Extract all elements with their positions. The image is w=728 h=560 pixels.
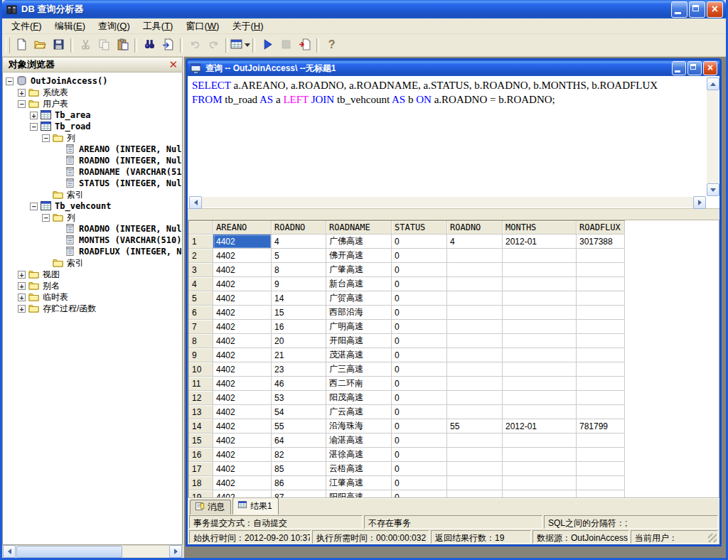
grid-cell[interactable]: 4402 [213, 320, 272, 334]
grid-cell[interactable]: 广云高速 [326, 405, 392, 419]
tree-item[interactable]: −Tb_road [6, 121, 182, 132]
expand-plus-icon[interactable]: + [18, 305, 26, 313]
tree-item[interactable]: MONTHS (VARCHAR(510), [6, 235, 182, 246]
dropdown-arrow-icon[interactable] [245, 43, 250, 47]
scrollbar-thumb[interactable] [16, 546, 122, 558]
grid-cell[interactable]: 0 [392, 405, 447, 419]
grid-cell[interactable]: 82 [272, 448, 326, 462]
grid-cell[interactable]: 4402 [213, 362, 272, 377]
query-close-button[interactable] [703, 61, 717, 75]
grid-cell[interactable]: 0 [392, 235, 447, 249]
tree-item[interactable]: −列 [6, 212, 182, 223]
grid-cell[interactable]: 4402 [213, 377, 272, 391]
column-header[interactable]: ROADNAME [326, 221, 392, 235]
grid-cell[interactable]: 53 [272, 391, 326, 405]
open-folder-button[interactable] [31, 37, 48, 54]
scrollbar-track[interactable] [16, 546, 169, 557]
new-document-button[interactable] [13, 37, 30, 54]
grid-cell[interactable]: 0 [392, 306, 447, 320]
find-button[interactable] [141, 37, 158, 54]
grid-cell[interactable]: 4402 [213, 306, 272, 320]
tree-horizontal-scrollbar[interactable] [2, 545, 183, 558]
row-header[interactable]: 13 [189, 405, 213, 419]
collapse-minus-icon[interactable]: − [6, 77, 14, 85]
splitter[interactable] [188, 209, 719, 220]
collapse-minus-icon[interactable]: − [18, 100, 26, 108]
grid-cell[interactable]: 0 [392, 362, 447, 377]
grid-cell[interactable]: 广贺高速 [326, 291, 392, 306]
collapse-minus-icon[interactable]: − [42, 134, 50, 142]
grid-cell[interactable] [447, 448, 503, 462]
grid-cell[interactable]: 14 [272, 291, 326, 306]
grid-cell[interactable] [447, 348, 503, 362]
grid-cell[interactable] [577, 434, 625, 448]
grid-cell[interactable]: 9 [272, 277, 326, 291]
grid-cell[interactable] [577, 291, 625, 306]
selected-cell[interactable]: 4402 [213, 235, 272, 249]
row-header[interactable]: 16 [189, 448, 213, 462]
grid-cell[interactable] [577, 391, 625, 405]
row-header[interactable]: 15 [189, 434, 213, 448]
row-header[interactable]: 11 [189, 377, 213, 391]
grid-cell[interactable]: 4402 [213, 419, 272, 434]
grid-cell[interactable] [503, 462, 577, 476]
grid-cell[interactable]: 2012-01 [503, 419, 577, 434]
tree-item[interactable]: ROADFLUX (INTEGER, Nu [6, 246, 182, 257]
menu-item[interactable]: 查询(Q) [92, 18, 136, 34]
expand-plus-icon[interactable]: + [18, 282, 26, 290]
grid-cell[interactable] [503, 348, 577, 362]
column-header[interactable]: ROADFLUX [577, 221, 625, 235]
grid-cell[interactable]: 新台高速 [326, 277, 392, 291]
row-header[interactable]: 8 [189, 334, 213, 348]
row-header[interactable]: 6 [189, 306, 213, 320]
tree-item[interactable]: −OutJoinAccess() [6, 75, 182, 87]
grid-cell[interactable]: 0 [392, 348, 447, 362]
grid-cell[interactable]: 茂湛高速 [326, 348, 392, 362]
grid-cell[interactable]: 3017388 [577, 235, 625, 249]
grid-cell[interactable] [447, 490, 503, 498]
grid-cell[interactable] [577, 362, 625, 377]
maximize-button[interactable] [689, 1, 705, 18]
grid-cell[interactable] [447, 405, 503, 419]
grid-cell[interactable]: 2012-01 [503, 235, 577, 249]
title-bar[interactable]: DB 查询分析器 [2, 0, 726, 18]
grid-cell[interactable] [503, 320, 577, 334]
grid-cell[interactable] [503, 391, 577, 405]
save-button[interactable] [50, 37, 67, 54]
menu-item[interactable]: 工具(T) [136, 18, 180, 34]
grid-cell[interactable]: 西二环南 [326, 377, 392, 391]
panel-close-icon[interactable]: ✕ [167, 60, 179, 70]
row-header[interactable]: 18 [189, 476, 213, 490]
grid-cell[interactable] [447, 462, 503, 476]
tree-item[interactable]: AREANO (INTEGER, Null [6, 144, 182, 155]
tree-item[interactable]: ROADNAME (VARCHAR(510 [6, 166, 182, 178]
grid-cell[interactable]: 西部沿海 [326, 306, 392, 320]
grid-cell[interactable]: 4402 [213, 348, 272, 362]
grid-cell[interactable] [577, 249, 625, 263]
grid-cell[interactable]: 0 [392, 419, 447, 434]
grid-cell[interactable] [577, 320, 625, 334]
expand-plus-icon[interactable]: + [18, 271, 26, 279]
tree-item[interactable]: −Tb_vehcount [6, 200, 182, 212]
help-button[interactable]: ? [323, 37, 340, 54]
grid-cell[interactable] [577, 476, 625, 490]
grid-cell[interactable]: 0 [392, 277, 447, 291]
grid-cell[interactable]: 4402 [213, 476, 272, 490]
grid-cell[interactable]: 0 [392, 391, 447, 405]
column-header[interactable]: MONTHS [503, 221, 577, 235]
grid-cell[interactable]: 46 [272, 377, 326, 391]
tree-item[interactable]: 索引 [6, 189, 182, 200]
grid-cell[interactable]: 87 [272, 490, 326, 498]
grid-cell[interactable]: 0 [392, 320, 447, 334]
grid-cell[interactable] [447, 291, 503, 306]
grid-cell[interactable]: 0 [392, 476, 447, 490]
row-header[interactable]: 3 [189, 263, 213, 277]
grid-cell[interactable] [503, 277, 577, 291]
scroll-left-icon[interactable] [189, 196, 202, 209]
menu-item[interactable]: 编辑(E) [48, 18, 92, 34]
grid-cell[interactable]: 4402 [213, 448, 272, 462]
grid-cell[interactable] [447, 320, 503, 334]
grid-cell[interactable] [503, 377, 577, 391]
grid-cell[interactable]: 20 [272, 334, 326, 348]
grid-cell[interactable]: 5 [272, 249, 326, 263]
